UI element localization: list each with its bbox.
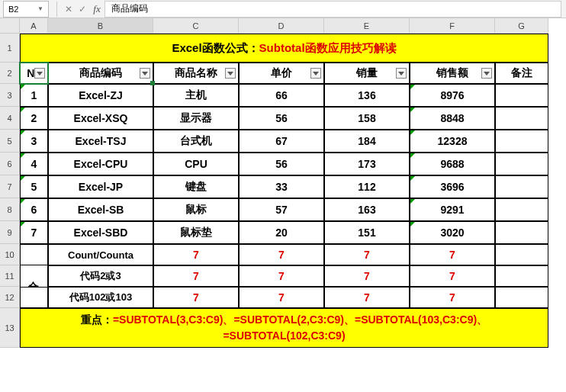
title-cell[interactable]: Excel函数公式： Subtotal函数应用技巧解读: [20, 34, 548, 63]
filter-icon[interactable]: [34, 68, 45, 79]
header-remark[interactable]: 备注: [495, 63, 548, 84]
row-7[interactable]: 7: [0, 175, 20, 198]
cell-qty[interactable]: 112: [324, 175, 410, 198]
summary-blank[interactable]: [495, 244, 548, 265]
row-1[interactable]: 1: [0, 34, 20, 63]
cell-price[interactable]: 20: [239, 221, 324, 244]
cell-price[interactable]: 56: [239, 107, 324, 130]
cell-remark[interactable]: [495, 84, 548, 107]
cell-sales[interactable]: 9291: [410, 198, 495, 221]
filter-icon[interactable]: [225, 68, 236, 79]
summary-val[interactable]: 7: [324, 265, 410, 287]
footer-cell[interactable]: 重点：=SUBTOTAL(3,C3:C9)、=SUBTOTAL(2,C3:C9)…: [20, 308, 548, 348]
summary-val[interactable]: 7: [153, 244, 239, 265]
fill-handle[interactable]: [150, 81, 155, 85]
filter-icon[interactable]: [481, 68, 492, 79]
row-11[interactable]: 11: [0, 265, 20, 287]
cell-sales[interactable]: 8976: [410, 84, 495, 107]
cell-code[interactable]: Excel-ZJ: [48, 84, 153, 107]
cell-no[interactable]: 1: [20, 84, 48, 107]
summary-val[interactable]: 7: [153, 265, 239, 287]
cell-code[interactable]: Excel-XSQ: [48, 107, 153, 130]
cell-name[interactable]: 主机: [153, 84, 239, 107]
filter-icon[interactable]: [396, 68, 407, 79]
cell-qty[interactable]: 173: [324, 153, 410, 175]
cell-name[interactable]: CPU: [153, 153, 239, 175]
fx-icon[interactable]: fx: [89, 3, 105, 15]
cell-remark[interactable]: [495, 198, 548, 221]
summary-label[interactable]: 代码102或103: [48, 287, 153, 308]
cell-qty[interactable]: 163: [324, 198, 410, 221]
cell-name[interactable]: 鼠标垫: [153, 221, 239, 244]
summary-merge-bot[interactable]: [20, 287, 48, 308]
cell-qty[interactable]: 136: [324, 84, 410, 107]
cell-price[interactable]: 66: [239, 84, 324, 107]
col-F[interactable]: F: [410, 18, 495, 34]
cell-sales[interactable]: 9688: [410, 153, 495, 175]
row-4[interactable]: 4: [0, 107, 20, 130]
cell-no[interactable]: 7: [20, 221, 48, 244]
cell-sales[interactable]: 12328: [410, 130, 495, 153]
cell-price[interactable]: 56: [239, 153, 324, 175]
summary-val[interactable]: 7: [239, 287, 324, 308]
header-code[interactable]: 商品编码: [48, 63, 153, 84]
row-6[interactable]: 6: [0, 153, 20, 175]
cell-no[interactable]: 2: [20, 107, 48, 130]
cell-remark[interactable]: [495, 107, 548, 130]
header-qty[interactable]: 销量: [324, 63, 410, 84]
cell-price[interactable]: 57: [239, 198, 324, 221]
cell-no[interactable]: 3: [20, 130, 48, 153]
header-no[interactable]: No: [20, 63, 48, 84]
filter-icon[interactable]: [140, 68, 150, 79]
cell-sales[interactable]: 3020: [410, 221, 495, 244]
cancel-icon[interactable]: ✕: [62, 4, 76, 14]
cell-name[interactable]: 显示器: [153, 107, 239, 130]
select-all-corner[interactable]: [0, 18, 20, 34]
summary-merge-mid[interactable]: 合计: [20, 265, 48, 287]
cell-no[interactable]: 6: [20, 198, 48, 221]
cell-price[interactable]: 67: [239, 130, 324, 153]
cell-no[interactable]: 4: [20, 153, 48, 175]
row-10[interactable]: 10: [0, 244, 20, 265]
header-name[interactable]: 商品名称: [153, 63, 239, 84]
row-5[interactable]: 5: [0, 130, 20, 153]
cell-remark[interactable]: [495, 130, 548, 153]
cell-qty[interactable]: 184: [324, 130, 410, 153]
formula-input[interactable]: 商品编码: [105, 1, 561, 18]
row-12[interactable]: 12: [0, 287, 20, 308]
col-D[interactable]: D: [239, 18, 324, 34]
cell-remark[interactable]: [495, 153, 548, 175]
row-9[interactable]: 9: [0, 221, 20, 244]
cell-price[interactable]: 33: [239, 175, 324, 198]
col-E[interactable]: E: [324, 18, 410, 34]
check-icon[interactable]: ✓: [76, 4, 89, 14]
filter-icon[interactable]: [310, 68, 321, 79]
chevron-down-icon[interactable]: ▼: [37, 5, 43, 12]
row-8[interactable]: 8: [0, 198, 20, 221]
row-13[interactable]: 13: [0, 308, 20, 348]
summary-label[interactable]: Count/Counta: [48, 244, 153, 265]
cell-no[interactable]: 5: [20, 175, 48, 198]
cell-sales[interactable]: 8848: [410, 107, 495, 130]
cell-code[interactable]: Excel-SBD: [48, 221, 153, 244]
cell-remark[interactable]: [495, 221, 548, 244]
summary-merge-top[interactable]: [20, 244, 48, 265]
cell-name[interactable]: 台式机: [153, 130, 239, 153]
col-A[interactable]: A: [20, 18, 48, 34]
cell-code[interactable]: Excel-JP: [48, 175, 153, 198]
cell-qty[interactable]: 151: [324, 221, 410, 244]
summary-val[interactable]: 7: [324, 244, 410, 265]
header-sales[interactable]: 销售额: [410, 63, 495, 84]
row-2[interactable]: 2: [0, 63, 20, 84]
summary-val[interactable]: 7: [410, 287, 495, 308]
col-C[interactable]: C: [153, 18, 239, 34]
summary-val[interactable]: 7: [239, 244, 324, 265]
col-G[interactable]: G: [495, 18, 548, 34]
summary-label[interactable]: 代码2或3: [48, 265, 153, 287]
summary-val[interactable]: 7: [324, 287, 410, 308]
cell-code[interactable]: Excel-TSJ: [48, 130, 153, 153]
summary-val[interactable]: 7: [410, 244, 495, 265]
header-price[interactable]: 单价: [239, 63, 324, 84]
cell-name[interactable]: 鼠标: [153, 198, 239, 221]
cell-name[interactable]: 键盘: [153, 175, 239, 198]
